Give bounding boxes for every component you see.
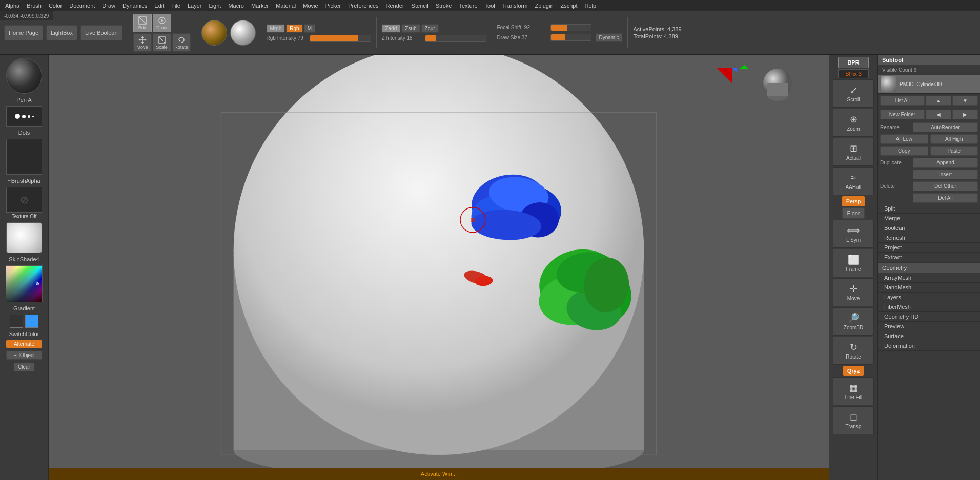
alternate-button[interactable]: Alternate	[6, 340, 42, 348]
frame-button[interactable]: ⬜ Frame	[833, 249, 874, 277]
menu-item-stroke[interactable]: Stroke	[433, 2, 455, 10]
texture-off-preview[interactable]: ⊘	[6, 187, 42, 213]
menu-item-color[interactable]: Color	[46, 2, 65, 10]
insert-button[interactable]: Insert	[913, 170, 978, 179]
menu-item-light[interactable]: Light	[206, 2, 224, 10]
clear-button[interactable]: Clear	[14, 363, 34, 371]
xyz-button[interactable]: Qryz	[843, 366, 864, 376]
foreground-color-swatch[interactable]	[10, 315, 23, 328]
menu-item-brush[interactable]: Brush	[24, 2, 45, 10]
menu-item-tool[interactable]: Tool	[482, 2, 498, 10]
menu-item-document[interactable]: Document	[66, 2, 98, 10]
surface-item[interactable]: Surface	[878, 331, 980, 341]
split-item[interactable]: Split	[878, 204, 980, 214]
menu-item-dynamics[interactable]: Dynamics	[119, 2, 150, 10]
background-color-swatch[interactable]	[25, 315, 38, 328]
dynamic-button[interactable]: Dynamic	[596, 33, 623, 42]
brush-alpha-preview[interactable]	[6, 139, 42, 175]
menu-item-transform[interactable]: Transform	[499, 2, 531, 10]
m-button[interactable]: M	[304, 24, 315, 33]
boolean-item[interactable]: Boolean	[878, 223, 980, 233]
geometryhd-item[interactable]: Geometry HD	[878, 312, 980, 322]
mrgb-button[interactable]: Mrgb	[267, 24, 285, 33]
aahalf-button[interactable]: ≈ AAHalf	[833, 167, 874, 195]
menu-item-picker[interactable]: Picker	[322, 2, 344, 10]
nanomesh-item[interactable]: NanoMesh	[878, 283, 980, 293]
fibermesh-item[interactable]: FiberMesh	[878, 302, 980, 312]
rotate-button[interactable]: Rotate	[172, 33, 191, 52]
zoom3d-button[interactable]: 🔎 Zoom3D	[833, 307, 874, 336]
rgb-button[interactable]: Rgb	[286, 24, 302, 33]
draw-size-slider[interactable]	[550, 34, 591, 41]
merge-item[interactable]: Merge	[878, 214, 980, 223]
subtool-model-item[interactable]: PM3D_Cylinder3D	[878, 75, 980, 94]
scale-button[interactable]: Scale	[153, 33, 171, 52]
paste-button[interactable]: Paste	[930, 146, 978, 156]
zoom-button[interactable]: ⊕ Zoom	[833, 109, 874, 137]
zadd-button[interactable]: Zadd	[382, 24, 401, 33]
arrow-right-button[interactable]: ▶	[952, 110, 978, 119]
lightbox-button[interactable]: LightBox	[46, 25, 77, 40]
all-high-button[interactable]: All High	[930, 134, 978, 144]
edit-button[interactable]: Edit	[133, 14, 152, 32]
floor-button[interactable]: Floor	[842, 207, 864, 219]
remesh-item[interactable]: Remesh	[878, 233, 980, 243]
menu-item-movie[interactable]: Movie	[300, 2, 321, 10]
del-all-button[interactable]: Del All	[913, 193, 978, 203]
z-intensity-slider[interactable]	[425, 35, 486, 42]
move-button[interactable]: Move	[133, 33, 152, 52]
menu-item-marker[interactable]: Marker	[248, 2, 272, 10]
transp-button[interactable]: ◻ Transp	[833, 406, 874, 434]
menu-item-draw[interactable]: Draw	[99, 2, 118, 10]
geometry-section-header[interactable]: Geometry	[878, 262, 980, 273]
live-boolean-button[interactable]: Live Boolean	[80, 25, 122, 40]
home-page-button[interactable]: Home Page	[4, 25, 43, 40]
actual-button[interactable]: ⊞ Actual	[833, 138, 874, 166]
auto-reorder-button[interactable]: AutoReorder	[913, 122, 978, 132]
menu-item-preferences[interactable]: Preferences	[345, 2, 381, 10]
menu-item-texture[interactable]: Texture	[456, 2, 480, 10]
focal-shift-slider[interactable]	[550, 24, 591, 31]
lsym-button[interactable]: ⟺ L Sym	[833, 220, 874, 248]
del-other-button[interactable]: Del Other	[913, 181, 978, 191]
menu-item-macro[interactable]: Macro	[225, 2, 247, 10]
preview-item[interactable]: Preview	[878, 322, 980, 331]
dots-preview[interactable]	[6, 106, 42, 127]
menu-item-material[interactable]: Material	[273, 2, 299, 10]
canvas-area[interactable]: Activate Win...	[49, 55, 829, 480]
activate-bar[interactable]: Activate Win...	[49, 468, 829, 480]
deformation-item[interactable]: Deformation	[878, 341, 980, 351]
arrow-left-button[interactable]: ◀	[926, 110, 951, 119]
menu-item-file[interactable]: File	[168, 2, 183, 10]
brush-preview[interactable]	[6, 58, 42, 94]
all-low-button[interactable]: All Low	[880, 134, 928, 144]
rotate-nav-button[interactable]: ↻ Rotate	[833, 337, 874, 365]
menu-item-zscript[interactable]: Zscript	[558, 2, 581, 10]
layers-item[interactable]: Layers	[878, 293, 980, 302]
menu-item-alpha[interactable]: Alpha	[2, 2, 23, 10]
menu-item-help[interactable]: Help	[582, 2, 600, 10]
color-picker[interactable]	[6, 265, 43, 302]
menu-item-layer[interactable]: Layer	[185, 2, 205, 10]
extract-item[interactable]: Extract	[878, 253, 980, 262]
scroll-button[interactable]: ⤢ Scroll	[833, 79, 874, 108]
menu-item-stencil[interactable]: Stencil	[409, 2, 432, 10]
persp-button[interactable]: Persp	[842, 196, 865, 206]
arrow-down-button[interactable]: ▼	[952, 96, 978, 106]
linefill-button[interactable]: ▦ Line Fill	[833, 377, 874, 405]
zcur-button[interactable]: Zcur	[421, 24, 439, 33]
menu-item-zplugin[interactable]: Zplugin	[532, 2, 556, 10]
color-sphere[interactable]	[201, 20, 227, 46]
rgb-intensity-slider[interactable]	[310, 35, 371, 42]
append-button[interactable]: Append	[913, 158, 978, 168]
material-sphere[interactable]	[230, 20, 256, 46]
skin-shade-preview[interactable]	[6, 222, 42, 253]
menu-item-render[interactable]: Render	[383, 2, 407, 10]
new-folder-button[interactable]: New Folder	[880, 110, 925, 119]
project-item[interactable]: Project	[878, 243, 980, 253]
list-all-button[interactable]: List All	[880, 96, 925, 106]
arraymesh-item[interactable]: ArrayMesh	[878, 273, 980, 283]
fill-object-button[interactable]: FillObject	[6, 351, 42, 360]
move-nav-button[interactable]: ✛ Move	[833, 278, 874, 306]
draw-button[interactable]: Draw	[153, 14, 171, 32]
